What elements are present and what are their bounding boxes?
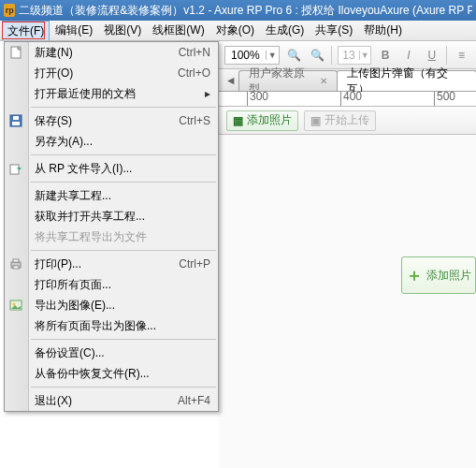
toolbar-separator [331,46,332,65]
file-dropdown-menu: 新建(N)Ctrl+N 打开(O)Ctrl+O 打开最近使用的文档▸ 保存(S)… [4,41,219,412]
tab-prev-button[interactable]: ◄ [223,70,238,91]
bold-button[interactable]: B [377,45,395,66]
italic-button[interactable]: I [400,45,418,66]
import-icon [8,161,23,176]
zoom-in-icon[interactable]: 🔍 [285,45,303,66]
menu-separator [31,182,216,183]
zoom-value: 100% [225,49,266,62]
window-titlebar: rp 二级频道（装修流程&装修案例）v1.2 - Axure RP Pro 6 … [0,0,476,21]
menuitem-backup-settings[interactable]: 备份设置(C)... [5,343,218,363]
menuitem-print[interactable]: 打印(P)...Ctrl+P [5,254,218,274]
toolbar-separator [446,46,447,65]
menu-separator [31,387,216,388]
svg-rect-6 [13,259,19,262]
new-file-icon [8,45,23,60]
menuitem-recent[interactable]: 打开最近使用的文档▸ [5,83,218,104]
menuitem-open[interactable]: 打开(O)Ctrl+O [5,63,218,83]
ruler-tick: 500 [434,92,455,107]
tab-user-prototype[interactable]: 用户家装原型 ✕ [238,70,337,91]
app-icon: rp [4,4,15,17]
zoom-selector[interactable]: 100% ▼ [224,46,280,65]
main-menubar: 文件(F) 编辑(E) 视图(V) 线框图(W) 对象(O) 生成(G) 共享(… [0,21,476,41]
menu-separator [31,107,216,108]
window-title: 二级频道（装修流程&装修案例）v1.2 - Axure RP Pro 6 : 授… [19,3,472,19]
svg-point-9 [13,303,16,306]
svg-rect-4 [10,165,19,174]
export-image-icon [8,298,23,313]
add-photo-large-button[interactable]: ＋ 添加照片 [401,256,476,294]
workspace: 100% ▼ 🔍 🔍 13 ▼ B I U ≡ ◄ 用户家装原型 ✕ 上传图片弹… [219,41,476,468]
menu-object[interactable]: 对象(O) [210,21,260,40]
save-icon [8,113,23,128]
close-icon[interactable]: ✕ [320,76,327,86]
canvas-toolbar: ▦ 添加照片 ▣ 开始上传 [219,107,476,135]
print-icon [8,256,23,271]
menuitem-save[interactable]: 保存(S)Ctrl+S [5,110,218,131]
svg-rect-2 [12,122,20,125]
design-canvas[interactable]: ＋ 添加照片 [219,135,476,468]
menu-file[interactable]: 文件(F) [2,21,50,40]
svg-rect-7 [13,266,19,269]
zoom-out-icon[interactable]: 🔍 [309,45,326,66]
plus-icon: ＋ [406,264,423,286]
horizontal-ruler: 300 400 500 [219,92,476,107]
fontsize-selector[interactable]: 13 ▼ [338,46,370,65]
button-label: 开始上传 [325,112,369,128]
menu-edit[interactable]: 编辑(E) [50,21,98,40]
underline-button[interactable]: U [423,45,440,66]
tab-upload-dialog[interactable]: 上传图片弹窗（有交互） [337,70,476,91]
menu-generate[interactable]: 生成(G) [260,21,310,40]
menu-wireframe[interactable]: 线框图(W) [147,21,209,40]
menuitem-print-all[interactable]: 打印所有页面... [5,274,218,295]
fontsize-value: 13 [339,49,358,62]
photo-icon: ▦ [233,114,243,127]
menuitem-exit[interactable]: 退出(X)Alt+F4 [5,390,218,411]
document-tabs: ◄ 用户家装原型 ✕ 上传图片弹窗（有交互） [219,69,476,92]
button-label: 添加照片 [247,112,292,128]
menuitem-new[interactable]: 新建(N)Ctrl+N [5,42,218,63]
chevron-down-icon: ▼ [266,51,279,60]
align-button[interactable]: ≡ [453,45,470,66]
add-photo-button[interactable]: ▦ 添加照片 [226,110,298,131]
svg-rect-3 [13,116,19,120]
chevron-down-icon: ▼ [359,51,370,60]
menuitem-export-image[interactable]: 导出为图像(E)... [5,295,218,315]
menu-help[interactable]: 帮助(H) [358,21,408,40]
ruler-tick: 400 [340,92,362,107]
menuitem-new-shared[interactable]: 新建共享工程... [5,185,218,206]
menu-separator [31,339,216,340]
menu-share[interactable]: 共享(S) [310,21,358,40]
start-upload-button: ▣ 开始上传 [304,110,376,131]
menuitem-export-shared: 将共享工程导出为文件 [5,227,218,247]
menuitem-import-rp[interactable]: 从 RP 文件导入(I)... [5,158,218,179]
button-label: 添加照片 [426,268,471,284]
menuitem-export-all-images[interactable]: 将所有页面导出为图像... [5,315,218,336]
menuitem-get-shared[interactable]: 获取并打开共享工程... [5,206,218,227]
menu-separator [31,250,216,251]
menuitem-restore-backup[interactable]: 从备份中恢复文件(R)... [5,363,218,384]
menu-view[interactable]: 视图(V) [98,21,147,40]
upload-icon: ▣ [310,114,321,127]
submenu-arrow-icon: ▸ [205,87,210,100]
ruler-tick: 300 [247,92,268,107]
menuitem-saveas[interactable]: 另存为(A)... [5,131,218,152]
menu-separator [31,154,216,155]
